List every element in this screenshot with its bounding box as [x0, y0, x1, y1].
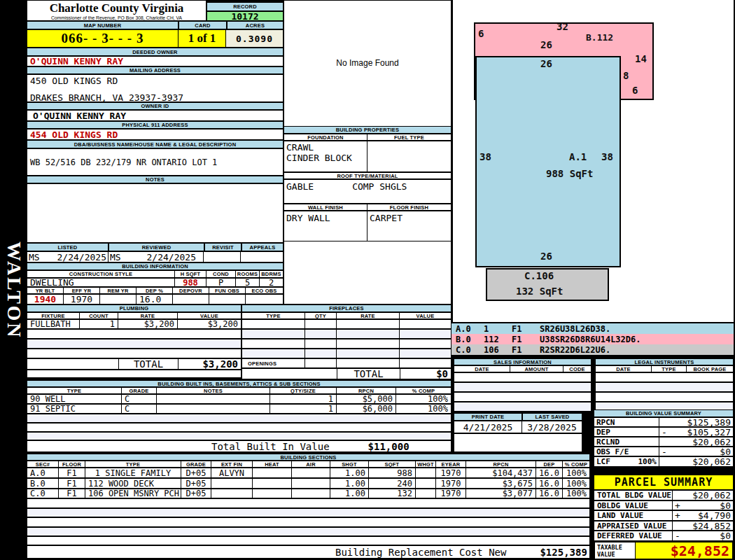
vs-value: $105,327	[687, 428, 731, 436]
empty-row	[595, 392, 734, 402]
bs-cell: D+05	[181, 479, 211, 488]
bs-h-comp: % COMP	[563, 461, 589, 467]
ps-label: APPRAISED VALUE	[594, 522, 673, 530]
physical-address-value: 454 OLD KINGS RD	[27, 129, 284, 140]
bs-cell	[211, 479, 253, 488]
dim-b-inner: 26	[540, 39, 552, 50]
plumbing-title: PLUMBING	[27, 304, 241, 312]
bs-cell	[211, 489, 253, 498]
vs-label: RCLND	[596, 438, 620, 446]
bi-row-type: 90 WELL	[27, 395, 122, 403]
deeded-owner-label: DEEDED OWNER	[27, 48, 284, 56]
floor-finish-label: FLOOR FINISH	[368, 204, 451, 210]
acres-label: ACRES	[227, 21, 284, 29]
listed-by: MS	[29, 252, 40, 262]
vs-pct: 100%	[638, 457, 657, 466]
empty-row	[595, 382, 734, 392]
listed-label: LISTED	[27, 243, 108, 251]
bs-cell: 1.00	[330, 479, 369, 488]
sales-date-label: DATE	[454, 366, 510, 372]
sales-code-label: CODE	[564, 366, 591, 372]
ps-label: DEFERRED VALUE	[594, 531, 673, 540]
empty-row	[27, 432, 451, 440]
value-summary-title: BUILDING VALUE SUMMARY	[594, 410, 734, 417]
dim-b-top: 32	[556, 21, 568, 32]
building-info-title: BUILDING INFORMATION	[27, 262, 284, 270]
property-record-card: WALTON Charlotte County Virginia Commiss…	[0, 0, 735, 560]
dep-label: DEP %	[136, 288, 173, 293]
cond-value: P	[206, 279, 236, 286]
sketch-legend-row: C.0 106 F1 R2SR22D6L22U6.	[451, 344, 734, 355]
bi-row-notes	[157, 405, 270, 413]
print-date-value: 4/21/2025	[454, 421, 522, 433]
bs-h-rpcn: RPCN	[466, 461, 536, 467]
bs-cell: 16.0	[536, 468, 563, 477]
county-title: Charlotte County Virginia	[27, 1, 206, 15]
bs-cell	[416, 489, 436, 498]
title-block: Charlotte County Virginia Commissioner o…	[27, 0, 206, 21]
bs-cell	[292, 479, 330, 488]
foundation-label: FOUNDATION	[284, 134, 368, 140]
hsqft-label: H SQFT	[175, 271, 206, 277]
mailing-address-block: 450 OLD KINGS RD DRAKES BRANCH, VA 23937…	[27, 74, 284, 102]
bs-cell: 1970	[436, 489, 466, 498]
empty-row	[27, 423, 451, 432]
bs-h-air: AIR	[292, 461, 330, 467]
ps-value: $20,062	[692, 491, 731, 500]
legend-code: 106	[484, 345, 512, 355]
bs-cell	[292, 468, 330, 477]
bi-row-qty: 1	[270, 405, 337, 413]
bs-cell: F1	[59, 489, 85, 498]
owner-id-value: O'QUINN KENNY RAY	[27, 110, 284, 121]
taxable-label-line1: TAXABLE	[597, 544, 622, 551]
map-number-label: MAP NUMBER	[27, 21, 178, 29]
dim-a-right: 38	[601, 151, 613, 162]
bs-cell: $3,077	[466, 489, 536, 498]
roof-material-value: COMP SHGLS	[314, 180, 407, 192]
bdrms-value: 2	[260, 279, 283, 286]
empty-row	[27, 329, 241, 339]
rate-label: RATE	[118, 313, 178, 318]
dim-b-right2: 8	[623, 70, 629, 81]
listed-cell: MS 2/24/2025	[27, 252, 108, 262]
bi-row-grade: C	[122, 405, 157, 413]
legend-trace: SR26U38L26D38.	[540, 324, 610, 334]
bi-grade-label: GRADE	[122, 388, 157, 393]
foundation-value: CRAWL CINDER BLOCK	[284, 141, 368, 172]
built-ins-total-value: $11,000	[368, 441, 410, 452]
mailing-line2: DRAKES BRANCH, VA 23937-3937	[27, 86, 283, 103]
bs-cell	[253, 479, 292, 488]
bi-row-qty: 1	[270, 395, 337, 403]
ps-sign: +	[675, 511, 680, 520]
legend-trace: R2SR22D6L22U6.	[540, 345, 610, 355]
empty-cell	[337, 359, 400, 368]
parcel-summary-title: PARCEL SUMMARY	[594, 475, 734, 490]
vs-value: $0	[720, 447, 731, 456]
bs-cell	[416, 479, 436, 488]
bi-row-comp: 100%	[396, 405, 451, 413]
legend-floor: F1	[512, 345, 540, 355]
rooms-value: 5	[236, 279, 260, 286]
effyr-value: 1970	[64, 295, 100, 304]
bs-cell: F1	[59, 479, 85, 488]
legend-sec: C.0	[451, 345, 484, 355]
funobs-value	[209, 295, 246, 304]
bs-h-shgt: SHGT	[330, 461, 369, 467]
ps-label: OBLDG VALUE	[594, 501, 673, 510]
replacement-cost-value: $125,389	[540, 547, 587, 558]
empty-cell	[400, 359, 451, 368]
legal-book-label: BOOK PAGE	[687, 366, 733, 372]
bs-cell: C.0	[27, 489, 59, 498]
ps-sign: +	[675, 501, 680, 510]
sketch-legend-row: A.0 1 F1 SR26U38L26D38.	[451, 323, 734, 334]
building-sections-title: BUILDING SECTIONS	[27, 454, 590, 461]
county-watermark: WALTON	[1, 241, 25, 339]
no-image-text: No Image Found	[284, 58, 451, 68]
roof-label: ROOF TYPE/MATERIAL	[284, 172, 451, 179]
sales-title: SALES INFORMATION	[454, 358, 592, 365]
last-saved-label: LAST SAVED	[522, 413, 582, 421]
card-value: 1 of 1	[178, 30, 226, 47]
roof-type-value: GABLE	[284, 180, 314, 192]
plumbing-value: $3,200	[178, 320, 241, 328]
vs-value: $20,062	[692, 438, 731, 446]
